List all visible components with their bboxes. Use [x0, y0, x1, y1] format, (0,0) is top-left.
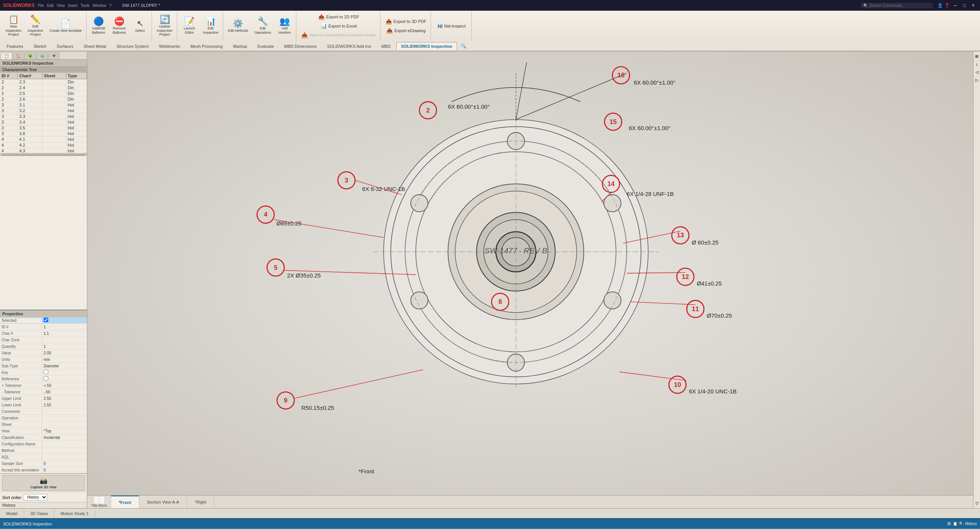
add-vendors-button[interactable]: 👥 AddVendors: [274, 13, 294, 39]
menu-window[interactable]: Window: [93, 3, 106, 8]
svg-text:15: 15: [609, 118, 617, 126]
feature-tab-display[interactable]: 👁️: [48, 52, 60, 59]
title-block-label: Title Block: [91, 504, 107, 507]
menu-file[interactable]: File: [38, 3, 44, 8]
export-2d-pdf-button[interactable]: 📤 Export to 2D PDF: [315, 13, 362, 21]
inspect-icon[interactable]: 🔍: [461, 43, 466, 49]
select-button[interactable]: ↖ Select: [130, 13, 150, 39]
view-tab-right[interactable]: *Right: [187, 496, 214, 508]
view-tab-front[interactable]: *Front: [111, 496, 139, 508]
key-checkbox[interactable]: [44, 370, 48, 374]
edit-operations-button[interactable]: 🔧 EditOperations: [252, 13, 274, 39]
tab-sw-inspection[interactable]: SOLIDWORKS Inspection: [396, 42, 457, 50]
reference-checkbox[interactable]: [44, 376, 48, 381]
tab-surfaces[interactable]: Surfaces: [52, 42, 78, 50]
right-panel-btn2[interactable]: ↕: [975, 61, 979, 67]
tab-sw-addins[interactable]: SOLIDWORKS Add-Ins: [322, 42, 376, 50]
feature-tab-config[interactable]: ⚙️: [36, 52, 48, 59]
export-excel-button[interactable]: 📊 Export to Excel: [318, 22, 359, 30]
right-panel-btn3[interactable]: ◁: [975, 69, 979, 75]
prop-field-value: 1: [42, 344, 87, 349]
minimize-button[interactable]: ─: [951, 2, 959, 9]
cell-char: 2.6: [18, 96, 42, 102]
feature-tab-tree[interactable]: 🌳: [24, 52, 36, 59]
ni-inspect-button[interactable]: NI Net-Inspect: [433, 21, 470, 31]
remove-balloons-button[interactable]: ⛔ RemoveBalloons: [109, 13, 129, 39]
edit-inspection-project-button[interactable]: ✏️ EditInspectionProject: [25, 13, 46, 39]
table-row[interactable]: 3 3.5 Hol: [0, 125, 87, 131]
svg-text:SW-1477 · REV B: SW-1477 · REV B: [485, 246, 547, 255]
cell-sheet: [42, 91, 66, 96]
export-edrawing-button[interactable]: 📤 Export eDrawing: [384, 26, 428, 35]
restore-button[interactable]: □: [961, 2, 968, 9]
menu-view[interactable]: View: [57, 3, 65, 8]
bottom-tabs: Model 3D Views Motion Study 1: [0, 508, 980, 518]
table-row[interactable]: 2 2.5 Din: [0, 91, 87, 96]
export-sw-inspection-button[interactable]: 📤 Export to SOLIDWORKS Inspection Projec…: [299, 31, 379, 39]
table-row[interactable]: 4 4.3 Hol: [0, 148, 87, 153]
table-row[interactable]: 2 2.3 Din: [0, 79, 87, 85]
create-template-label: Create New template: [49, 29, 82, 33]
view-tab-title-block[interactable]: Title Block: [87, 496, 111, 508]
toolbar-area: 📋 NewInspectionProject ✏️ EditInspection…: [0, 11, 980, 52]
capture-3d-view-button[interactable]: 📸 Capture 3D View: [2, 475, 85, 491]
tab-sketch[interactable]: Sketch: [28, 42, 51, 50]
table-row[interactable]: 4 4.2 Hol: [0, 142, 87, 148]
bottom-tab-model[interactable]: Model: [0, 509, 24, 518]
status-icon1: ⚙️: [947, 522, 951, 526]
menu-help[interactable]: ?: [109, 3, 111, 8]
tab-mbd[interactable]: MBD: [376, 42, 395, 50]
table-row[interactable]: 3 3.1 Hol: [0, 102, 87, 108]
table-row[interactable]: 3 3.6 Hol: [0, 131, 87, 137]
update-inspection-button[interactable]: 🔄 UpdateInspectionProject: [154, 13, 175, 39]
menu-edit[interactable]: Edit: [47, 3, 54, 8]
prop-field-value: 2.00: [42, 351, 87, 356]
feature-tab-properties[interactable]: 🏠: [13, 52, 24, 59]
table-row[interactable]: 2 2.6 Din: [0, 96, 87, 102]
status-history[interactable]: History: [965, 522, 977, 526]
prop-row: Method: [0, 447, 87, 454]
right-panel-btn1[interactable]: ⊞: [974, 53, 979, 60]
cell-char: 3.1: [18, 102, 42, 108]
bottom-tab-motion-study[interactable]: Motion Study 1: [54, 509, 95, 518]
tab-evaluate[interactable]: Evaluate: [252, 42, 279, 50]
launch-editor-button[interactable]: 📝 LaunchEditor: [180, 13, 199, 39]
feature-tab-inspection[interactable]: 📋: [1, 52, 12, 59]
tab-structure-system[interactable]: Structure System: [111, 42, 154, 50]
cell-sheet: [42, 125, 66, 131]
properties-header: Properties: [0, 310, 87, 317]
table-row[interactable]: 3 3.2 Hol: [0, 108, 87, 114]
help-icon[interactable]: ❓: [944, 3, 950, 8]
export-3d-pdf-button[interactable]: 📤 Export to 3D PDF: [383, 17, 429, 26]
tab-markup[interactable]: Markup: [228, 42, 252, 50]
new-inspection-project-button[interactable]: 📋 NewInspectionProject: [3, 13, 24, 39]
add-edit-balloons-button[interactable]: 🔵 Add/EditBalloons: [89, 13, 109, 39]
bottom-tab-3d-views[interactable]: 3D Views: [24, 509, 54, 518]
tab-sheet-metal[interactable]: Sheet Metal: [78, 42, 111, 50]
tab-weldments[interactable]: Weldments: [154, 42, 185, 50]
table-row[interactable]: 4 4.1 Hol: [0, 137, 87, 142]
table-row[interactable]: 2 2.4 Din: [0, 85, 87, 91]
drawing-area[interactable]: .balloon { fill: none; stroke: #cc2222; …: [87, 52, 973, 508]
view-tab-section-a[interactable]: Section View A-A: [139, 496, 187, 508]
feature-manager-tabs: 📋 🏠 🌳 ⚙️ 👁️: [0, 52, 87, 60]
table-row[interactable]: 3 3.4 Hol: [0, 119, 87, 125]
prop-field-value: [42, 457, 87, 457]
create-new-template-button[interactable]: 📄 Create New template: [47, 13, 85, 39]
search-input[interactable]: [869, 3, 931, 8]
edit-inspection-methods-button[interactable]: 📊 EditInspection: [200, 13, 221, 39]
menu-insert[interactable]: Insert: [68, 3, 78, 8]
tab-features[interactable]: Features: [2, 42, 28, 50]
menu-tools[interactable]: Tools: [81, 3, 90, 8]
prop-row: - Tolerance-.50: [0, 389, 87, 395]
selected-checkbox[interactable]: [44, 318, 48, 322]
right-panel-btn5[interactable]: ▽: [975, 500, 979, 507]
right-panel-btn4[interactable]: ▷: [975, 77, 979, 83]
sort-order-dropdown[interactable]: History Name Type: [24, 494, 47, 501]
table-row[interactable]: 3 3.3 Hol: [0, 114, 87, 119]
tab-mesh-processing[interactable]: Mesh Processing: [185, 42, 227, 50]
close-button[interactable]: ×: [970, 2, 977, 9]
edit-methods-button[interactable]: ⚙️ Edit Methods: [225, 13, 251, 39]
user-icon[interactable]: 👤: [938, 3, 943, 8]
tab-mbd-dimensions[interactable]: MBD Dimensions: [279, 42, 322, 50]
